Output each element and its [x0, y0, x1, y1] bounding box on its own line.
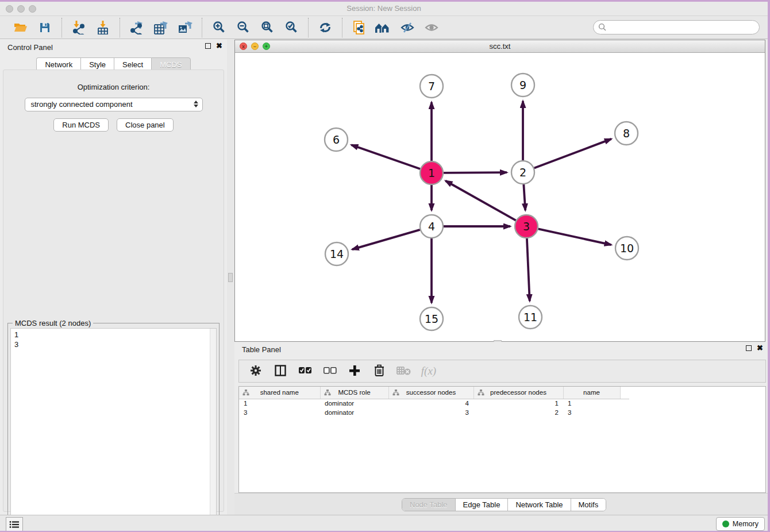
- first-neighbors-button[interactable]: [373, 18, 394, 37]
- search-box: [593, 20, 760, 34]
- graph-edge-3-1[interactable]: [445, 181, 515, 221]
- table-panel-close-icon[interactable]: ✖: [757, 345, 763, 351]
- table-cell[interactable]: 3: [239, 408, 320, 417]
- table-cell-filler: [620, 408, 629, 417]
- column-header-successor-nodes[interactable]: successor nodes: [388, 387, 473, 399]
- graph-node-14[interactable]: 14: [325, 242, 348, 265]
- add-column-button[interactable]: [347, 364, 362, 379]
- column-layout-button[interactable]: [273, 364, 288, 379]
- graph-node-4[interactable]: 4: [420, 215, 443, 238]
- criterion-select-value: strongly connected component: [31, 100, 133, 109]
- table-settings-gear-button[interactable]: [248, 364, 263, 379]
- run-mcds-button[interactable]: Run MCDS: [53, 118, 109, 132]
- graph-node-2[interactable]: 2: [511, 161, 534, 184]
- task-history-button[interactable]: [6, 517, 23, 531]
- zoom-selected-icon: [285, 21, 298, 34]
- criterion-select[interactable]: strongly connected component: [25, 98, 203, 111]
- open-session-button[interactable]: [10, 18, 31, 37]
- column-layout-icon: [274, 364, 287, 379]
- graph-edge-2-3[interactable]: [523, 184, 525, 210]
- tab-network-table[interactable]: Network Table: [508, 499, 571, 511]
- import-network-button[interactable]: [68, 18, 89, 37]
- graph-node-10[interactable]: 10: [615, 237, 638, 260]
- deselect-all-rows-icon: [323, 367, 337, 376]
- table-panel: Table Panel ✖ f(x) shared nameMCDS roles…: [234, 342, 768, 515]
- zoom-out-button[interactable]: [233, 18, 253, 37]
- graph-edge-1-2[interactable]: [444, 172, 507, 173]
- save-session-icon: [38, 21, 51, 34]
- graph-node-8[interactable]: 8: [615, 122, 638, 145]
- import-table-icon: [96, 21, 110, 34]
- svg-text:9: 9: [519, 79, 526, 91]
- hide-selected-button[interactable]: [397, 18, 418, 37]
- table-cell[interactable]: dominator: [320, 408, 388, 417]
- mcds-result-text[interactable]: 1 3: [10, 328, 217, 531]
- table-row[interactable]: 1dominator411: [239, 399, 629, 408]
- table-cell[interactable]: 3: [388, 408, 473, 417]
- search-input[interactable]: [593, 20, 760, 34]
- toolbar-separator: [61, 18, 62, 37]
- open-session-icon: [13, 21, 28, 34]
- column-header-predecessor-nodes[interactable]: predecessor nodes: [473, 387, 563, 399]
- tab-edge-table[interactable]: Edge Table: [456, 499, 509, 511]
- graph-edge-3-11[interactable]: [527, 238, 530, 301]
- graph-edge-3-10[interactable]: [538, 229, 611, 245]
- table-row[interactable]: 3dominator323: [239, 408, 629, 417]
- graph-node-6[interactable]: 6: [325, 128, 348, 151]
- export-table-icon: [153, 21, 168, 34]
- select-all-rows-button[interactable]: [298, 364, 313, 379]
- graph-node-11[interactable]: 11: [519, 306, 542, 329]
- table-cell[interactable]: 1: [239, 399, 320, 408]
- graph-node-3[interactable]: 3: [515, 215, 538, 238]
- zoom-in-button[interactable]: [209, 18, 229, 37]
- control-panel-close-icon[interactable]: ✖: [216, 43, 222, 49]
- import-table-button[interactable]: [93, 18, 113, 37]
- table-toolbar: f(x): [238, 360, 766, 383]
- toolbar-separator: [308, 18, 309, 37]
- table-cell[interactable]: 1: [563, 399, 620, 408]
- table-cell[interactable]: 1: [473, 399, 563, 408]
- export-network-button[interactable]: [126, 18, 147, 37]
- graph-node-7[interactable]: 7: [420, 75, 443, 98]
- tab-motifs[interactable]: Motifs: [571, 499, 606, 511]
- graph-edge-1-6[interactable]: [351, 145, 420, 169]
- delete-table-button: [396, 364, 411, 379]
- export-image-button[interactable]: [175, 18, 195, 37]
- column-header-name[interactable]: name: [563, 387, 620, 399]
- vertical-splitter[interactable]: [227, 40, 234, 515]
- table-cell[interactable]: 3: [563, 408, 620, 417]
- graph-edge-2-8[interactable]: [534, 139, 611, 168]
- table-panel-float-icon[interactable]: [746, 345, 752, 351]
- table-cell[interactable]: 2: [473, 408, 563, 417]
- splitter-handle[interactable]: [228, 273, 233, 282]
- result-scrollbar[interactable]: [210, 329, 216, 531]
- close-panel-button[interactable]: Close panel: [117, 118, 174, 132]
- zoom-selected-button[interactable]: [281, 18, 302, 37]
- memory-status-icon: [722, 521, 729, 527]
- svg-text:15: 15: [425, 313, 438, 325]
- memory-button[interactable]: Memory: [716, 517, 765, 531]
- zoom-fit-button[interactable]: [257, 18, 278, 37]
- network-canvas[interactable]: 7968124314101511: [235, 53, 765, 341]
- graph-node-1[interactable]: 1: [420, 161, 443, 184]
- show-all-button[interactable]: [421, 18, 442, 37]
- export-table-button[interactable]: [151, 18, 171, 37]
- delete-column-button[interactable]: [372, 364, 387, 379]
- table-cell[interactable]: 4: [388, 399, 473, 408]
- save-session-button[interactable]: [34, 18, 55, 37]
- control-panel-float-icon[interactable]: [205, 43, 211, 49]
- delete-table-icon: [396, 366, 411, 377]
- svg-text:10: 10: [620, 242, 634, 255]
- graph-edge-4-14[interactable]: [352, 230, 420, 249]
- duplicate-network-button[interactable]: [349, 18, 369, 37]
- deselect-all-rows-button[interactable]: [322, 364, 337, 379]
- graph-node-9[interactable]: 9: [511, 74, 534, 97]
- network-view-title: scc.txt: [235, 42, 765, 51]
- column-header-shared-name[interactable]: shared name: [239, 387, 320, 399]
- table-cell[interactable]: dominator: [320, 399, 388, 408]
- graph-node-15[interactable]: 15: [420, 307, 443, 330]
- svg-text:14: 14: [330, 248, 344, 260]
- tab-node-table[interactable]: Node Table: [402, 499, 456, 511]
- column-header-MCDS-role[interactable]: MCDS role: [320, 387, 388, 399]
- apply-layout-button[interactable]: [315, 18, 336, 37]
